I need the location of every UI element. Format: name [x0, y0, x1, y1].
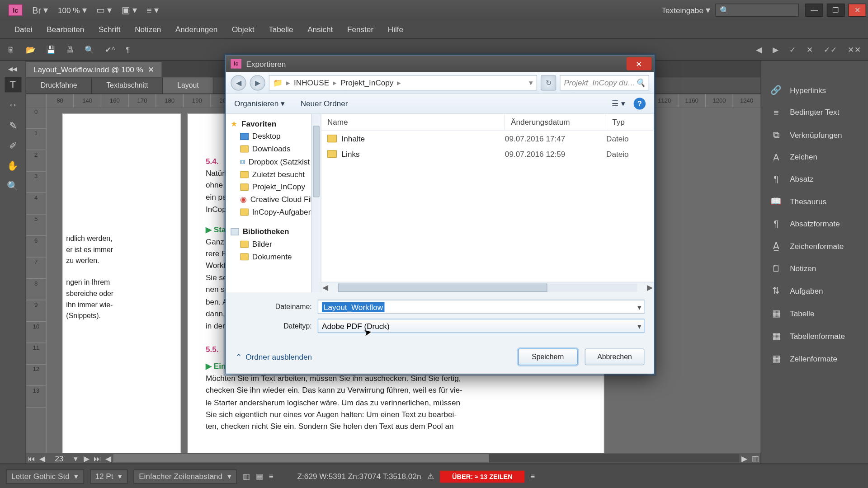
document-tab[interactable]: Layout_Workflow.indd @ 100 %✕: [26, 61, 162, 76]
spellcheck-icon[interactable]: ✔ᴬ: [105, 45, 115, 54]
view-mode-button[interactable]: ☰ ▾: [612, 99, 625, 108]
tree-libraries[interactable]: Bibliotheken: [230, 225, 321, 238]
open-icon[interactable]: 📂: [26, 45, 35, 54]
menu-table[interactable]: Tabelle: [261, 21, 300, 38]
save-button[interactable]: Speichern: [518, 348, 578, 365]
tree-scrollbar[interactable]: [311, 114, 321, 293]
columns-icon[interactable]: ▥: [243, 472, 250, 481]
align-icon[interactable]: ≡: [269, 472, 274, 481]
panel-table-styles[interactable]: ▦Tabellenformate: [761, 325, 868, 347]
tree-item[interactable]: ◉Creative Cloud Fil: [230, 193, 321, 206]
scroll-left-icon[interactable]: ◀: [103, 454, 113, 463]
save-icon[interactable]: 💾: [46, 45, 56, 54]
scroll-right-icon[interactable]: ▶: [739, 454, 750, 463]
nav-back-button[interactable]: ◀: [231, 75, 246, 90]
panel-toggle-icon[interactable]: ◀◀: [8, 66, 18, 72]
tree-item[interactable]: InCopy-Aufgaben: [230, 206, 321, 218]
col-name[interactable]: Name: [321, 114, 505, 130]
hide-folders-toggle[interactable]: ⌃Ordner ausblenden: [236, 352, 312, 361]
menu-edit[interactable]: Bearbeiten: [40, 21, 92, 38]
chevron-down-icon[interactable]: ▾: [637, 302, 642, 311]
filelist-hscrollbar[interactable]: ◀ ▶: [321, 282, 654, 293]
window-maximize[interactable]: ❐: [827, 4, 845, 17]
breadcrumb[interactable]: 📁▸ INHOUSE▸ Projekt_InCopy▸ ▾: [269, 75, 537, 90]
nav-next-icon[interactable]: ▶: [773, 45, 778, 54]
tree-item[interactable]: Bilder: [230, 238, 321, 250]
crumb[interactable]: Projekt_InCopy: [340, 78, 393, 87]
position-tool-icon[interactable]: ↔: [5, 97, 21, 113]
close-tab-icon[interactable]: ✕: [148, 65, 155, 74]
leading-select[interactable]: Einfacher Zeilenabstand▾: [133, 469, 236, 483]
note-tool-icon[interactable]: ✎: [5, 117, 21, 133]
dialog-titlebar[interactable]: Ic Exportieren ✕: [226, 56, 654, 72]
last-page-icon[interactable]: ⏭: [92, 454, 103, 463]
menu-notes[interactable]: Notizen: [127, 21, 168, 38]
menu-file[interactable]: Datei: [7, 21, 40, 38]
nav-prev-icon[interactable]: ◀: [756, 45, 762, 54]
panel-assignments[interactable]: ⇅Aufgaben: [761, 279, 868, 302]
chevron-down-icon[interactable]: ▾: [637, 321, 642, 330]
panel-conditional-text[interactable]: ≡Bedingter Text: [761, 101, 868, 123]
size-select[interactable]: 12 Pt▾: [90, 469, 128, 483]
col-date[interactable]: Änderungsdatum: [505, 114, 606, 130]
menu-help[interactable]: Hilfe: [381, 21, 410, 38]
first-page-icon[interactable]: ⏮: [26, 454, 37, 463]
menu-type[interactable]: Schrift: [91, 21, 127, 38]
accept-icon[interactable]: ✓: [789, 45, 796, 54]
refresh-button[interactable]: ↻: [541, 75, 556, 90]
panel-hyperlinks[interactable]: 🔗Hyperlinks: [761, 79, 868, 101]
menu-window[interactable]: Fenster: [340, 21, 381, 38]
split-view-icon[interactable]: ▥: [750, 454, 761, 463]
panel-paragraph[interactable]: ¶Absatz: [761, 168, 868, 190]
dialog-search[interactable]: Projekt_InCopy du…🔍: [560, 75, 649, 90]
tree-item[interactable]: Downloads: [230, 142, 321, 155]
dialog-close-button[interactable]: ✕: [627, 57, 651, 70]
bridge-button[interactable]: Br▾: [28, 2, 53, 18]
tree-item[interactable]: Dokumente: [230, 250, 321, 263]
help-search[interactable]: 🔍: [715, 4, 799, 17]
panel-thesaurus[interactable]: 📖Thesaurus: [761, 190, 868, 213]
panel-notes[interactable]: 🗒Notizen: [761, 258, 868, 280]
panel-paragraph-styles[interactable]: ¶Absatzformate: [761, 213, 868, 235]
view-mode-button[interactable]: ▭▾: [92, 2, 117, 18]
filename-input[interactable]: Layout_Workflow ▾: [318, 300, 645, 314]
baseline-icon[interactable]: ▤: [256, 472, 263, 481]
hand-tool-icon[interactable]: ✋: [5, 158, 21, 173]
workspace-switcher[interactable]: Texteingabe▾: [657, 2, 715, 18]
crumb[interactable]: INHOUSE: [294, 78, 329, 87]
accept-all-icon[interactable]: ✓✓: [824, 45, 837, 54]
menu-view[interactable]: Ansicht: [300, 21, 340, 38]
filetype-select[interactable]: Adobe PDF (Druck) ▾: [318, 319, 645, 333]
window-close[interactable]: ✕: [848, 4, 866, 17]
organize-menu[interactable]: Organisieren ▾: [234, 99, 285, 108]
pilcrow-icon[interactable]: ¶: [126, 45, 130, 54]
hscrollbar[interactable]: [113, 454, 739, 462]
col-type[interactable]: Typ: [606, 114, 654, 130]
folder-tree[interactable]: ★Favoriten Desktop Downloads ⧈Dropbox (S…: [226, 114, 321, 293]
print-icon[interactable]: 🖶: [66, 45, 74, 54]
tree-item[interactable]: ⧈Dropbox (Satzkist: [230, 155, 321, 168]
page-dropdown-icon[interactable]: ▾: [71, 454, 81, 463]
arrange-button[interactable]: ≡▾: [142, 2, 164, 18]
panel-character-styles[interactable]: A̲Zeichenformate: [761, 235, 868, 258]
panel-links[interactable]: ⧉Verknüpfungen: [761, 123, 868, 146]
help-icon[interactable]: ?: [634, 98, 646, 109]
type-tool-icon[interactable]: T: [5, 77, 21, 92]
next-page-icon[interactable]: ▶: [81, 454, 92, 463]
file-row[interactable]: Links 09.07.2016 12:59 Dateio: [321, 146, 654, 161]
nav-forward-button[interactable]: ▶: [250, 75, 265, 90]
window-minimize[interactable]: —: [805, 4, 823, 17]
reject-icon[interactable]: ✕: [807, 45, 813, 54]
zoom-tool-icon[interactable]: 🔍: [5, 178, 21, 193]
panel-table[interactable]: ▦Tabelle: [761, 302, 868, 325]
menu-changes[interactable]: Änderungen: [168, 21, 225, 38]
panel-cell-styles[interactable]: ▦Zellenformate: [761, 347, 868, 370]
tree-item[interactable]: Zuletzt besucht: [230, 168, 321, 181]
tree-item[interactable]: Desktop: [230, 130, 321, 142]
new-icon[interactable]: 🗎: [7, 45, 15, 54]
view-story[interactable]: Textabschnitt: [92, 77, 163, 94]
page-number[interactable]: 23: [47, 454, 71, 463]
prev-page-icon[interactable]: ◀: [37, 454, 48, 463]
view-layout[interactable]: Layout: [163, 77, 214, 94]
view-galley[interactable]: Druckfahne: [26, 77, 92, 94]
